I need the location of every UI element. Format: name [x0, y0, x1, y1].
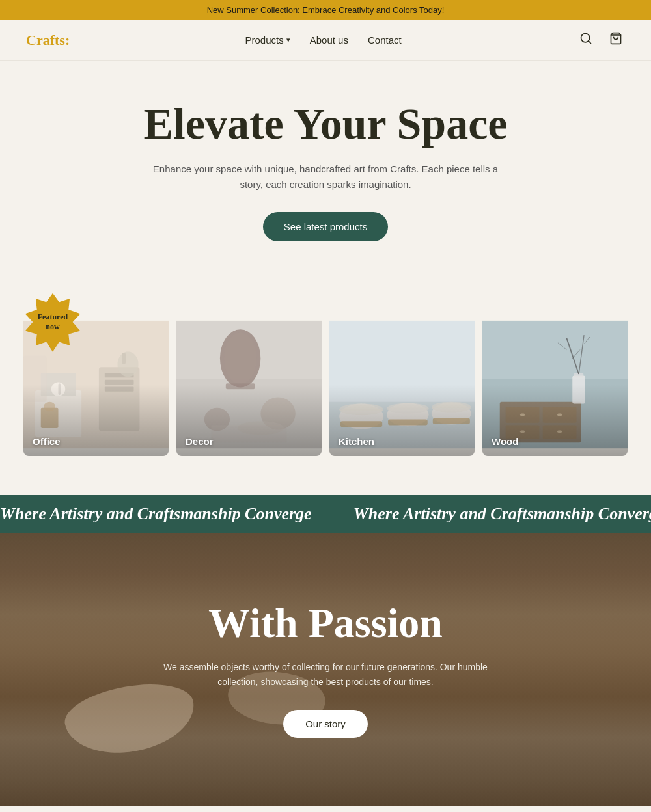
- nav-contact-label: Contact: [368, 34, 402, 46]
- svg-point-24: [238, 421, 284, 435]
- svg-line-52: [558, 343, 566, 350]
- svg-rect-25: [212, 425, 287, 442]
- chevron-down-icon: ▾: [286, 36, 290, 44]
- svg-line-54: [584, 337, 590, 344]
- nav-item-about[interactable]: About us: [310, 34, 348, 46]
- featured-badge: Featured now: [23, 293, 82, 352]
- svg-rect-5: [41, 373, 76, 396]
- svg-point-31: [387, 403, 428, 413]
- story-cta-button[interactable]: Our story: [283, 710, 368, 738]
- nav-links: Products ▾ About us Contact: [245, 34, 402, 46]
- svg-rect-8: [99, 367, 139, 431]
- logo[interactable]: Crafts:: [26, 32, 70, 49]
- cart-button[interactable]: [607, 29, 625, 51]
- svg-rect-10: [105, 380, 134, 385]
- svg-rect-7: [59, 383, 61, 395]
- svg-point-33: [432, 402, 471, 413]
- logo-dot: :: [65, 32, 70, 48]
- marquee-text-2: Where Artistry and Craftsmanship Converg…: [353, 504, 651, 523]
- svg-line-50: [566, 338, 579, 373]
- nav-products-link[interactable]: Products ▾: [245, 34, 290, 46]
- story-content: With Passion We assemble objects worthy …: [130, 562, 521, 777]
- svg-point-6: [51, 382, 65, 396]
- navbar: Crafts: Products ▾ About us Contact: [0, 20, 651, 61]
- product-grid: Office Decor: [23, 313, 628, 456]
- svg-point-30: [387, 403, 428, 426]
- decor-card-image: [176, 313, 322, 456]
- svg-rect-35: [388, 419, 428, 425]
- nav-contact-link[interactable]: Contact: [368, 34, 402, 46]
- svg-rect-4: [35, 390, 81, 437]
- svg-point-28: [339, 403, 383, 429]
- svg-rect-26: [329, 321, 475, 448]
- featured-section: Featured now Offi: [0, 313, 651, 495]
- product-card-decor[interactable]: Decor: [176, 313, 322, 456]
- search-icon: [579, 34, 592, 47]
- svg-rect-13: [122, 353, 126, 364]
- bottom-space: [0, 806, 651, 812]
- product-card-kitchen[interactable]: Kitchen: [329, 313, 475, 456]
- nav-about-link[interactable]: About us: [310, 34, 348, 46]
- svg-point-29: [339, 403, 383, 415]
- svg-rect-14: [41, 407, 59, 427]
- svg-line-53: [572, 349, 580, 358]
- sunburst-shape: Featured now: [23, 293, 82, 352]
- featured-badge-text: Featured now: [38, 312, 68, 332]
- decor-label: Decor: [186, 436, 214, 447]
- marquee-text-1: Where Artistry and Craftsmanship Converg…: [0, 504, 312, 523]
- svg-line-51: [579, 335, 584, 374]
- marquee-section: Where Artistry and Craftsmanship Converg…: [0, 495, 651, 533]
- svg-rect-17: [176, 321, 322, 448]
- hero-section: Elevate Your Space Enhance your space wi…: [0, 61, 651, 293]
- svg-rect-9: [105, 373, 134, 377]
- hero-subtitle: Enhance your space with unique, handcraf…: [143, 161, 508, 193]
- svg-rect-21: [226, 383, 255, 389]
- svg-rect-34: [340, 421, 382, 427]
- story-title: With Passion: [143, 601, 508, 646]
- marquee-track: Where Artistry and Craftsmanship Converg…: [0, 504, 651, 524]
- office-label: Office: [33, 436, 61, 447]
- svg-rect-40: [506, 407, 540, 423]
- nav-item-contact[interactable]: Contact: [368, 34, 402, 46]
- wood-label: Wood: [492, 436, 518, 447]
- logo-text: Crafts: [26, 32, 65, 48]
- product-card-wood[interactable]: Wood: [482, 313, 628, 456]
- nav-products-label: Products: [245, 34, 284, 46]
- svg-rect-44: [520, 413, 525, 416]
- svg-point-22: [260, 397, 296, 429]
- hero-title: Elevate Your Space: [13, 100, 638, 148]
- svg-point-19: [220, 329, 260, 387]
- svg-rect-47: [557, 430, 562, 433]
- svg-rect-46: [520, 430, 525, 433]
- story-description: We assemble objects worthy of collecting…: [143, 660, 508, 691]
- kitchen-card-image: [329, 313, 475, 456]
- story-section: With Passion We assemble objects worthy …: [0, 533, 651, 806]
- search-button[interactable]: [577, 29, 595, 51]
- svg-point-20: [224, 332, 256, 383]
- svg-rect-11: [105, 386, 134, 391]
- svg-rect-36: [433, 418, 470, 424]
- svg-line-1: [589, 41, 591, 44]
- announcement-bar: New Summer Collection: Embrace Creativit…: [0, 0, 651, 20]
- nav-about-label: About us: [310, 34, 348, 46]
- kitchen-label: Kitchen: [339, 436, 374, 447]
- announcement-link[interactable]: New Summer Collection: Embrace Creativit…: [207, 5, 445, 15]
- svg-rect-16: [23, 355, 47, 401]
- svg-point-12: [118, 351, 139, 377]
- svg-rect-41: [543, 407, 577, 423]
- wood-card-image: [482, 313, 628, 456]
- nav-icons: [577, 29, 625, 51]
- svg-rect-37: [482, 321, 628, 448]
- svg-rect-43: [543, 425, 577, 439]
- nav-item-products[interactable]: Products ▾: [245, 34, 290, 46]
- svg-point-15: [44, 402, 55, 411]
- svg-point-32: [432, 402, 471, 424]
- svg-rect-48: [572, 375, 585, 403]
- svg-rect-49: [574, 373, 583, 377]
- svg-rect-45: [557, 413, 562, 416]
- svg-point-23: [204, 407, 230, 431]
- hero-cta-button[interactable]: See latest products: [263, 212, 388, 241]
- cart-icon: [609, 34, 622, 47]
